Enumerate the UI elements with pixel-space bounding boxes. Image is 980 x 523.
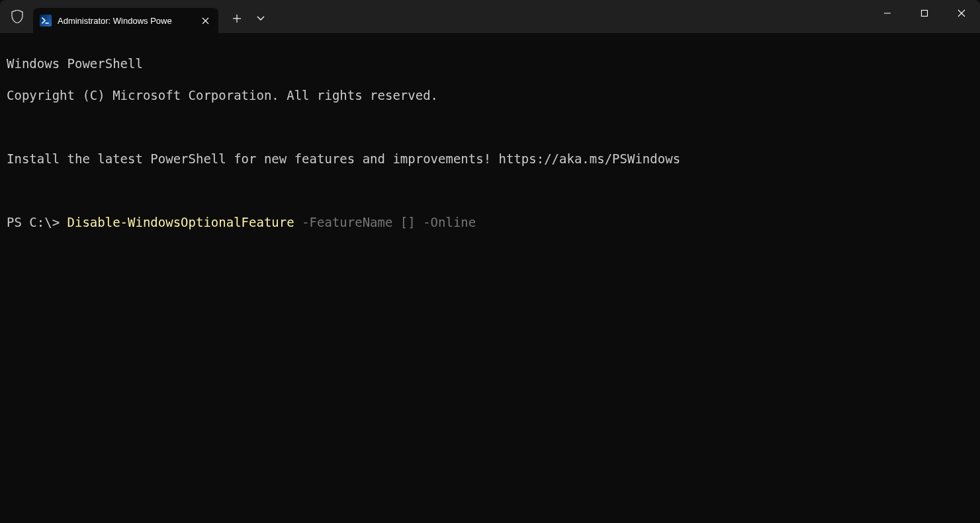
terminal-line <box>7 182 973 198</box>
tab-title: Administrator: Windows Powe <box>58 16 195 26</box>
command-arg: -FeatureName [] <box>294 215 423 229</box>
terminal-line: Windows PowerShell <box>7 56 973 71</box>
terminal-line <box>7 119 973 135</box>
tab-active[interactable]: Administrator: Windows Powe <box>33 8 218 33</box>
terminal-line: Install the latest PowerShell for new fe… <box>7 151 973 167</box>
powershell-icon <box>40 15 52 26</box>
admin-shield-icon <box>1 0 33 33</box>
titlebar: Administrator: Windows Powe <box>0 0 980 33</box>
tab-dropdown-button[interactable] <box>249 7 273 30</box>
maximize-button[interactable] <box>906 0 943 26</box>
tab-close-button[interactable] <box>199 14 212 27</box>
command-name: Disable-WindowsOptionalFeature <box>67 215 294 229</box>
prompt-text: PS C:\> <box>7 215 67 229</box>
new-tab-button[interactable] <box>225 7 249 30</box>
terminal-line: Copyright (C) Microsoft Corporation. All… <box>7 87 973 103</box>
titlebar-left: Administrator: Windows Powe <box>0 0 273 33</box>
minimize-button[interactable] <box>869 0 906 26</box>
close-button[interactable] <box>943 0 980 26</box>
terminal-content[interactable]: Windows PowerShell Copyright (C) Microso… <box>0 33 980 253</box>
window-controls <box>869 0 980 33</box>
svg-rect-6 <box>922 11 928 17</box>
terminal-prompt-line: PS C:\> Disable-WindowsOptionalFeature -… <box>7 214 973 230</box>
command-arg: -Online <box>423 215 476 229</box>
